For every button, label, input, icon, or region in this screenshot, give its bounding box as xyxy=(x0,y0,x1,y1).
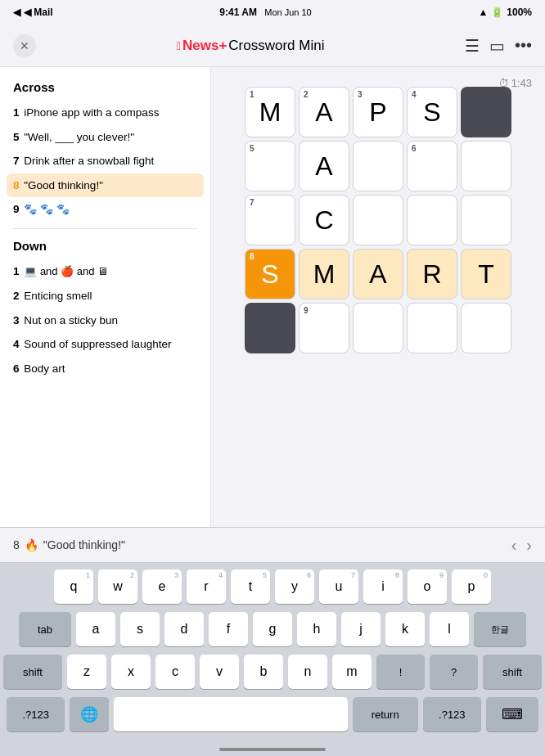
crossword-grid: 1M2A3P4S5A67C8SMART9 xyxy=(245,87,511,353)
cell-3-2[interactable]: A xyxy=(353,249,403,299)
clue-divider xyxy=(13,228,197,229)
list-icon[interactable]: ☰ xyxy=(465,36,480,56)
key-return[interactable]: return xyxy=(353,697,418,731)
clue-down-6[interactable]: 6 Body art xyxy=(0,357,210,381)
cell-1-4[interactable] xyxy=(461,141,511,191)
clue-down-2[interactable]: 2 Enticing smell xyxy=(0,284,210,308)
key-u[interactable]: u7 xyxy=(319,569,358,604)
cell-1-0[interactable]: 5 xyxy=(245,141,295,191)
key-b[interactable]: b xyxy=(244,655,283,689)
key-question[interactable]: ? xyxy=(430,655,478,689)
key-x[interactable]: x xyxy=(111,655,151,689)
key-e[interactable]: e3 xyxy=(142,569,182,604)
title-suffix: Crossword Mini xyxy=(228,38,324,54)
key-t[interactable]: t5 xyxy=(231,569,270,604)
cell-0-0[interactable]: 1M xyxy=(245,87,295,137)
close-button[interactable]: ✕ xyxy=(13,34,36,57)
clue-across-5[interactable]: 5 "Well, ___ you clever!" xyxy=(0,125,210,150)
bottom-nav: ‹ › xyxy=(511,536,532,555)
key-p[interactable]: p0 xyxy=(452,569,491,604)
key-j[interactable]: j xyxy=(341,612,381,646)
airplay-icon[interactable]: ▭ xyxy=(489,36,505,56)
cell-0-2[interactable]: 3P xyxy=(353,87,403,137)
key-excl[interactable]: ! xyxy=(376,655,425,689)
cell-4-3[interactable] xyxy=(407,303,457,353)
key-q[interactable]: q1 xyxy=(54,569,93,604)
key-c[interactable]: c xyxy=(155,655,195,689)
prev-clue-button[interactable]: ‹ xyxy=(511,536,517,555)
cell-1-1[interactable]: A xyxy=(299,141,349,191)
status-time: 9:41 AM Mon Jun 10 xyxy=(219,7,311,18)
news-plus-label: News+ xyxy=(182,38,227,54)
key-m[interactable]: m xyxy=(332,655,372,689)
key-a[interactable]: a xyxy=(76,612,115,646)
key-v[interactable]: v xyxy=(200,655,239,689)
cell-2-1[interactable]: C xyxy=(299,195,349,245)
key-o[interactable]: o9 xyxy=(408,569,447,604)
key-d[interactable]: d xyxy=(164,612,204,646)
key-tab[interactable]: tab xyxy=(19,612,71,646)
key-num-right[interactable]: .?123 xyxy=(423,697,481,731)
cell-3-1[interactable]: M xyxy=(299,249,349,299)
cell-4-2[interactable] xyxy=(353,303,403,353)
next-clue-button[interactable]: › xyxy=(526,536,532,555)
clue-down-3[interactable]: 3 Nut on a sticky bun xyxy=(0,308,210,333)
clue-fire-icon: 🔥 xyxy=(25,538,38,551)
cell-1-3[interactable]: 6 xyxy=(407,141,457,191)
key-r[interactable]: r4 xyxy=(187,569,226,604)
key-n[interactable]: n xyxy=(288,655,327,689)
cell-4-4[interactable] xyxy=(461,303,511,353)
status-mail: ◀ Mail xyxy=(24,7,53,18)
key-l[interactable]: l xyxy=(430,612,469,646)
cell-2-3[interactable] xyxy=(407,195,457,245)
key-k[interactable]: k xyxy=(385,612,425,646)
key-shift-left[interactable]: shift xyxy=(3,655,62,689)
key-i[interactable]: i8 xyxy=(363,569,403,604)
clue-indicator: 8 xyxy=(13,538,20,551)
cell-0-1[interactable]: 2A xyxy=(299,87,349,137)
status-left: ◀ ◀ Mail xyxy=(13,7,53,18)
key-emoji[interactable]: 🌐 xyxy=(70,697,109,731)
cell-3-0[interactable]: 8S xyxy=(245,249,295,299)
wifi-icon: ▲ xyxy=(478,7,488,18)
cell-1-2[interactable] xyxy=(353,141,403,191)
cell-0-3[interactable]: 4S xyxy=(407,87,457,137)
key-g[interactable]: g xyxy=(253,612,292,646)
main-content: Across 1 iPhone app with a compass 5 "We… xyxy=(0,67,545,527)
cell-4-1[interactable]: 9 xyxy=(299,303,349,353)
key-space[interactable] xyxy=(114,697,347,731)
cell-2-0[interactable]: 7 xyxy=(245,195,295,245)
key-keyboard[interactable]: ⌨ xyxy=(486,697,538,731)
key-f[interactable]: f xyxy=(209,612,248,646)
key-shift-right[interactable]: shift xyxy=(483,655,542,689)
clue-across-1[interactable]: 1 iPhone app with a compass xyxy=(0,101,210,125)
nav-bar: ✕  News+ Crossword Mini ☰ ▭ ••• xyxy=(0,25,545,67)
key-h[interactable]: h xyxy=(297,612,336,646)
key-y[interactable]: y6 xyxy=(275,569,314,604)
cell-2-2[interactable] xyxy=(353,195,403,245)
clue-across-7[interactable]: 7 Drink after a snowball fight xyxy=(0,149,210,173)
close-icon: ✕ xyxy=(20,39,29,52)
key-lang[interactable]: 한글 xyxy=(474,612,526,646)
active-clue-text: "Good thinking!" xyxy=(43,538,125,551)
key-z[interactable]: z xyxy=(67,655,106,689)
status-right: ▲ 🔋 100% xyxy=(478,7,532,18)
cell-3-3[interactable]: R xyxy=(407,249,457,299)
clue-across-9[interactable]: 9 🐾 🐾 🐾 xyxy=(0,197,210,222)
nav-title:  News+ Crossword Mini xyxy=(177,38,325,54)
clue-down-4[interactable]: 4 Sound of suppressed laughter xyxy=(0,332,210,357)
key-num-left[interactable]: .?123 xyxy=(7,697,65,731)
key-w[interactable]: w2 xyxy=(98,569,137,604)
clue-down-1[interactable]: 1 💻 and 🍎 and 🖥 xyxy=(0,259,210,284)
cell-2-4[interactable] xyxy=(461,195,511,245)
cell-0-4[interactable] xyxy=(461,87,511,137)
clue-across-8[interactable]: 8 "Good thinking!" xyxy=(7,173,204,198)
bottom-clue-text: 8 🔥 "Good thinking!" xyxy=(13,538,125,551)
cell-4-0[interactable] xyxy=(245,303,295,353)
status-bar: ◀ ◀ Mail 9:41 AM Mon Jun 10 ▲ 🔋 100% xyxy=(0,0,545,25)
cell-3-4[interactable]: T xyxy=(461,249,511,299)
keyboard-row-3: shift z x c v b n m ! ? shift xyxy=(3,655,542,689)
home-indicator xyxy=(219,748,326,751)
more-icon[interactable]: ••• xyxy=(515,36,532,55)
key-s[interactable]: s xyxy=(120,612,160,646)
